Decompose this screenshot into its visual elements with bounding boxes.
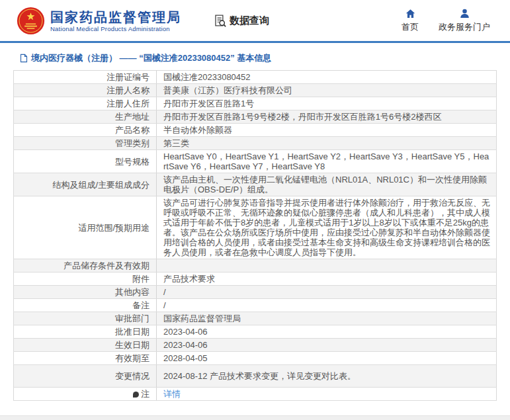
row-label: 产品名称	[14, 124, 157, 137]
table-row: 有效期至2028-04-05	[14, 352, 497, 365]
document-icon	[20, 54, 28, 63]
nmpa-emblem-logo	[17, 7, 45, 35]
row-value: 详情	[157, 388, 497, 401]
row-value: 丹阳市开发区百胜路1号	[157, 97, 497, 110]
breadcrumb: 境内医疗器械（注册） —— “国械注准20233080452” 基本信息	[20, 52, 510, 64]
row-label: 生产地址	[14, 110, 157, 124]
nav-portal-label: 政务服务门户	[439, 21, 490, 33]
table-row: 备注/	[14, 299, 497, 312]
row-value: 丹阳市开发区百胜路1号9号楼2楼，丹阳市开发区百胜路1号6号楼2楼西区	[157, 110, 497, 124]
row-value: 普美康（江苏）医疗科技有限公司	[157, 84, 497, 97]
row-label: 注	[14, 388, 157, 401]
table-row: 生产地址丹阳市开发区百胜路1号9号楼2楼，丹阳市开发区百胜路1号6号楼2楼西区	[14, 110, 497, 124]
row-value: /	[157, 286, 497, 299]
row-label: 生效日期	[14, 339, 157, 352]
nav-home[interactable]: 首页	[402, 8, 419, 33]
site-subtitle: National Medical Products Administration	[50, 25, 181, 32]
table-row: 结构及组成/主要组成成分该产品由主机、一次性使用二氧化锰锂电池（NRL01A、N…	[14, 173, 497, 196]
table-row: 注册人住所丹阳市开发区百胜路1号	[14, 97, 497, 110]
brand: 国家药品监督管理局 National Medical Products Admi…	[17, 7, 181, 35]
table-row: 生效日期2023-04-06	[14, 339, 497, 352]
table-row: 型号规格HeartSave Y0，HeartSave Y1，HeartSave …	[14, 150, 497, 173]
row-label: 管理类别	[14, 137, 157, 150]
table-row: 变更情况2024-08-12 产品技术要求变更，详见变更对比表。	[14, 365, 497, 388]
row-value: HeartSave Y0，HeartSave Y1，HeartSave Y2，H…	[157, 150, 497, 173]
row-value: 国械注准20233080452	[157, 71, 497, 84]
header-nav: 首页 政务服务门户	[402, 8, 494, 33]
row-label: 结构及组成/主要组成成分	[14, 173, 157, 196]
nav-portal[interactable]: 政务服务门户	[439, 8, 490, 33]
row-value: /	[157, 299, 497, 312]
table-row: 管理类别第三类	[14, 137, 497, 150]
breadcrumb-text: 境内医疗器械（注册） —— “国械注准20233080452” 基本信息	[31, 52, 271, 64]
nav-home-label: 首页	[402, 21, 419, 33]
row-label: 适用范围/预期用途	[14, 196, 157, 259]
row-value: 2028-04-05	[157, 352, 497, 365]
row-value: 2023-04-06	[157, 339, 497, 352]
site-header: 国家药品监督管理局 National Medical Products Admi…	[0, 0, 510, 41]
nav-data-query[interactable]: 数据查询	[213, 14, 269, 28]
row-value: 国家药品监督管理局	[157, 312, 497, 325]
row-label: 注册证编号	[14, 71, 157, 84]
detail-link[interactable]: 详情	[163, 389, 181, 399]
row-value: 该产品由主机、一次性使用二氧化锰锂电池（NRL01A、NRL01C）和一次性使用…	[157, 173, 497, 196]
table-row: 注册证编号国械注准20233080452	[14, 71, 497, 84]
row-value: 该产品可进行心肺复苏语音指导并提示使用者进行体外除颤治疗，用于救治无反应、无呼吸…	[157, 196, 497, 259]
row-label: 备注	[14, 299, 157, 312]
info-table-body: 注册证编号国械注准20233080452注册人名称普美康（江苏）医疗科技有限公司…	[14, 71, 497, 401]
row-label: 附件	[14, 273, 157, 286]
row-label: 型号规格	[14, 150, 157, 173]
row-label: 有效期至	[14, 352, 157, 365]
row-value: 产品技术要求	[157, 273, 497, 286]
row-label: 变更情况	[14, 365, 157, 388]
table-row: 审批部门国家药品监督管理局	[14, 312, 497, 325]
table-row: 适用范围/预期用途该产品可进行心肺复苏语音指导并提示使用者进行体外除颤治疗，用于…	[14, 196, 497, 259]
row-label: 注册人住所	[14, 97, 157, 110]
data-query-icon	[213, 14, 227, 28]
row-value: 2024-08-12 产品技术要求变更，详见变更对比表。	[157, 365, 497, 388]
row-value: 2023-04-06	[157, 325, 497, 339]
user-icon	[459, 8, 470, 19]
note-icon	[133, 392, 139, 398]
row-label: 其他内容	[14, 286, 157, 299]
table-row: 注详情	[14, 388, 497, 401]
row-label: 审批部门	[14, 312, 157, 325]
header-accent-line	[0, 41, 510, 43]
table-row: 附件产品技术要求	[14, 273, 497, 286]
table-row: 其他内容/	[14, 286, 497, 299]
row-label-text: 注	[141, 389, 149, 399]
row-label: 批准日期	[14, 325, 157, 339]
main-content: 境内医疗器械（注册） —— “国械注准20233080452” 基本信息 注册证…	[0, 52, 510, 401]
home-icon	[405, 8, 416, 19]
table-row: 产品名称半自动体外除颤器	[14, 124, 497, 137]
table-row: 批准日期2023-04-06	[14, 325, 497, 339]
table-row: 注册人名称普美康（江苏）医疗科技有限公司	[14, 84, 497, 97]
table-row: 产品储存条件及有效期	[14, 259, 497, 273]
row-label: 产品储存条件及有效期	[14, 259, 157, 273]
row-value: 半自动体外除颤器	[157, 124, 497, 137]
data-query-label: 数据查询	[230, 15, 269, 27]
row-value: 第三类	[157, 137, 497, 150]
registration-info-table: 注册证编号国械注准20233080452注册人名称普美康（江苏）医疗科技有限公司…	[13, 70, 497, 401]
row-value	[157, 259, 497, 273]
row-label: 注册人名称	[14, 84, 157, 97]
site-title: 国家药品监督管理局	[50, 9, 181, 25]
page-footer	[0, 415, 510, 420]
